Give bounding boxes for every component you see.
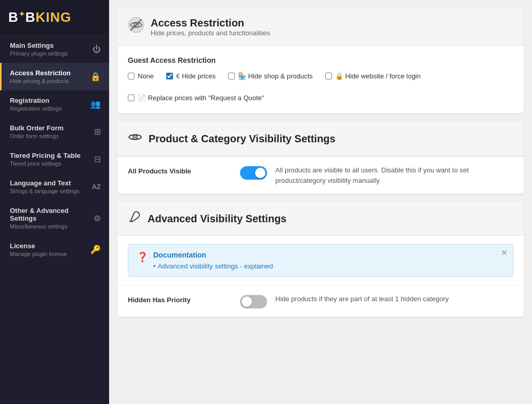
hide-prices-label: € Hide prices xyxy=(176,72,216,81)
none-label: None xyxy=(138,72,154,81)
product-visibility-card: Product & Category Visibility Settings A… xyxy=(117,122,524,194)
sidebar-item-subtitle: Miscellaneous settings xyxy=(10,223,94,230)
access-restriction-body: Guest Access Restriction None € Hide pri… xyxy=(117,46,524,113)
checkbox-hide-website[interactable]: 🔒 Hide website / force login xyxy=(325,72,421,81)
power-icon: ⏻ xyxy=(92,45,101,54)
sidebar-logo: B✦BKING xyxy=(0,0,109,35)
all-products-description: All products are visible to all users. D… xyxy=(275,165,513,185)
sidebar-item-title: Tiered Pricing & Table xyxy=(10,152,94,159)
sidebar-item-registration[interactable]: Registration Registration settings 👥 xyxy=(0,90,109,118)
sidebar-item-title: Main Settings xyxy=(10,42,92,49)
sidebar-nav: Main Settings Primary plugin settings ⏻ … xyxy=(0,35,109,404)
lock-icon: 🔒 xyxy=(90,72,101,82)
eye-slash-icon xyxy=(128,17,144,37)
sidebar-item-language-text[interactable]: Language and Text Strings & language set… xyxy=(0,173,109,200)
sidebar-item-main-settings[interactable]: Main Settings Primary plugin settings ⏻ xyxy=(0,35,109,63)
logo: B✦BKING xyxy=(8,9,101,25)
sidebar-item-tiered-pricing[interactable]: Tiered Pricing & Table Tiered price sett… xyxy=(0,145,109,173)
sidebar-item-title: Registration xyxy=(10,97,90,104)
table-icon: ⊟ xyxy=(94,154,101,164)
sidebar-item-title: Other & Advanced Settings xyxy=(10,207,94,222)
guest-access-label: Guest Access Restriction xyxy=(128,56,513,64)
documentation-link[interactable]: Advanced visibility settings - explained xyxy=(153,262,504,270)
checkbox-hide-website-input[interactable] xyxy=(325,73,332,79)
advanced-visibility-card: Advanced Visibility Settings ❓ Documenta… xyxy=(117,202,524,317)
product-visibility-header: Product & Category Visibility Settings xyxy=(117,122,524,156)
checkbox-hide-shop[interactable]: 🏪 Hide shop & products xyxy=(228,72,313,81)
sidebar-item-subtitle: Manage plugin license xyxy=(10,251,90,257)
sidebar-item-title: Access Restriction xyxy=(10,69,90,77)
advanced-visibility-header: Advanced Visibility Settings xyxy=(117,202,524,236)
sidebar-item-access-restriction[interactable]: Access Restriction Hide pricing & produc… xyxy=(0,63,109,90)
replace-prices-label: 📄 Replace prices with "Request a Quote" xyxy=(138,93,264,103)
wrench-icon xyxy=(128,210,141,227)
users-icon: 👥 xyxy=(90,99,101,109)
sidebar-item-subtitle: Primary plugin settings xyxy=(10,50,92,57)
toggle-slider xyxy=(240,166,267,180)
sidebar-item-license[interactable]: License Manage plugin license 🔑 xyxy=(0,236,109,263)
checkbox-replace-prices-input[interactable] xyxy=(128,95,135,101)
all-products-toggle[interactable] xyxy=(240,166,267,180)
access-restriction-title: Access Restriction xyxy=(151,17,270,29)
checkbox-none-input[interactable] xyxy=(128,73,135,79)
checkbox-none[interactable]: None xyxy=(128,72,154,81)
language-icon: AZ xyxy=(92,183,101,191)
hide-website-label: 🔒 Hide website / force login xyxy=(335,72,421,81)
sidebar-item-subtitle: Order form settings xyxy=(10,133,94,139)
toggle-slider xyxy=(240,295,267,308)
checkbox-hide-prices[interactable]: € Hide prices xyxy=(166,72,216,81)
sidebar-item-title: License xyxy=(10,242,90,250)
all-products-visible-row: All Products Visible All products are vi… xyxy=(117,157,524,194)
sidebar-item-other-advanced[interactable]: Other & Advanced Settings Miscellaneous … xyxy=(0,200,109,236)
sidebar-item-subtitle: Strings & language settings xyxy=(10,188,92,194)
access-restriction-subtitle: Hide prices, products and functionalitie… xyxy=(151,29,270,37)
hidden-priority-toggle[interactable] xyxy=(240,295,267,308)
advanced-visibility-title: Advanced Visibility Settings xyxy=(148,213,286,225)
documentation-box: ❓ Documentation Advanced visibility sett… xyxy=(128,244,513,277)
checkbox-hide-shop-input[interactable] xyxy=(228,73,235,79)
sidebar-item-subtitle: Tiered price settings xyxy=(10,160,94,167)
sidebar-item-subtitle: Registration settings xyxy=(10,105,90,112)
access-restriction-header: Access Restriction Hide prices, products… xyxy=(117,8,524,46)
eye-icon xyxy=(128,130,142,147)
hide-shop-label: 🏪 Hide shop & products xyxy=(238,72,313,81)
hidden-priority-label: Hidden Has Priority xyxy=(128,294,232,304)
question-circle-icon: ❓ xyxy=(137,251,148,263)
checkbox-hide-prices-input[interactable] xyxy=(166,73,173,79)
documentation-title: Documentation xyxy=(153,251,504,259)
close-icon[interactable]: ✕ xyxy=(501,249,508,257)
grid-icon: ⊞ xyxy=(94,127,101,137)
access-restriction-card: Access Restriction Hide prices, products… xyxy=(117,8,524,113)
svg-point-4 xyxy=(135,137,136,138)
hidden-has-priority-row: Hidden Has Priority Hide products if the… xyxy=(117,286,524,317)
key-icon: 🔑 xyxy=(90,245,101,254)
sidebar-item-title: Bulk Order Form xyxy=(10,124,94,132)
checkbox-replace-prices[interactable]: 📄 Replace prices with "Request a Quote" xyxy=(128,93,264,103)
product-visibility-title: Product & Category Visibility Settings xyxy=(149,133,336,145)
hidden-priority-description: Hide products if they are part of at lea… xyxy=(275,294,513,304)
gear-icon: ⚙ xyxy=(94,213,101,223)
sidebar-item-bulk-order-form[interactable]: Bulk Order Form Order form settings ⊞ xyxy=(0,118,109,145)
main-content: Access Restriction Hide prices, products… xyxy=(109,0,532,404)
sidebar-item-subtitle: Hide pricing & products xyxy=(10,78,90,84)
checkbox-row: None € Hide prices 🏪 Hide shop & product… xyxy=(128,72,513,103)
sidebar: B✦BKING Main Settings Primary plugin set… xyxy=(0,0,109,404)
all-products-label: All Products Visible xyxy=(128,165,232,175)
sidebar-item-title: Language and Text xyxy=(10,179,92,187)
